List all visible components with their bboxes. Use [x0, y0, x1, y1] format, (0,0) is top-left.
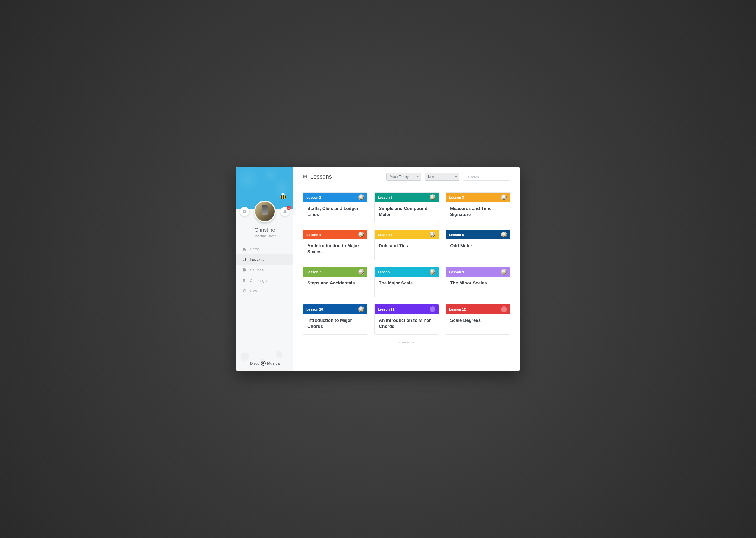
- lesson-title: The Minor Scales: [446, 277, 510, 297]
- lesson-card[interactable]: Lesson 11An Introduction to Minor Chords: [374, 304, 439, 335]
- brand: Disco Musica: [250, 361, 280, 366]
- lesson-card[interactable]: Lesson 4An Introduction to Major Scales: [303, 230, 367, 260]
- lesson-author-avatar: [430, 306, 436, 312]
- lesson-author-avatar: [358, 269, 364, 275]
- lesson-card[interactable]: Lesson 5Dots and Ties: [374, 230, 439, 260]
- lesson-label: Lesson 11: [378, 307, 395, 311]
- page-title-text: Lessons: [310, 173, 332, 180]
- category-select[interactable]: Music Theory: [386, 173, 421, 181]
- chevron-down-icon: [455, 176, 457, 178]
- lesson-card[interactable]: Lesson 12Scale Degrees: [446, 304, 510, 335]
- lesson-card-header: Lesson 2: [375, 192, 439, 202]
- lesson-card[interactable]: Lesson 6Odd Meter: [446, 230, 510, 260]
- sort-select[interactable]: New: [425, 173, 459, 181]
- lesson-title: Introduction to Major Chords: [303, 314, 367, 334]
- music-icon: [242, 289, 246, 293]
- lesson-author-avatar: [430, 232, 436, 238]
- lesson-card[interactable]: Lesson 1Staffs, Clefs and Ledger Lines: [303, 192, 367, 223]
- lesson-title: The Major Scale: [375, 277, 439, 297]
- sidebar-item-challenges[interactable]: Challenges: [236, 275, 294, 286]
- lesson-card-header: Lesson 1: [303, 192, 367, 202]
- show-more-link[interactable]: show more: [303, 341, 510, 344]
- lesson-card-header: Lesson 4: [303, 230, 367, 239]
- sidebar: 3 Christine Christine Bates HomeLessonsC…: [236, 167, 294, 371]
- lesson-title: Staffs, Clefs and Ledger Lines: [303, 202, 367, 223]
- lesson-label: Lesson 10: [306, 307, 323, 311]
- lesson-card[interactable]: Lesson 8The Major Scale: [374, 267, 439, 297]
- lesson-card-header: Lesson 8: [375, 267, 439, 277]
- lesson-card-header: Lesson 3: [446, 192, 510, 202]
- lesson-label: Lesson 1: [306, 195, 321, 199]
- lesson-author-avatar: [501, 194, 507, 200]
- lesson-label: Lesson 9: [449, 270, 464, 274]
- lesson-author-avatar: [358, 232, 364, 238]
- category-select-value: Music Theory: [390, 175, 409, 179]
- lesson-card-header: Lesson 9: [446, 267, 510, 277]
- lesson-title: Dots and Ties: [375, 239, 439, 260]
- lesson-title: Steps and Accidentals: [303, 277, 367, 297]
- bee-decoration: [278, 193, 288, 201]
- lesson-author-avatar: [501, 306, 507, 312]
- briefcase-icon: [242, 268, 246, 272]
- sidebar-item-lessons[interactable]: Lessons: [236, 254, 294, 265]
- profile-row: 3: [236, 201, 294, 222]
- lessons-grid: Lesson 1Staffs, Clefs and Ledger LinesLe…: [303, 192, 510, 335]
- svg-point-6: [243, 292, 244, 293]
- brand-logo-icon: [261, 361, 266, 366]
- lesson-author-avatar: [358, 306, 364, 312]
- profile-full-name: Christine Bates: [236, 234, 294, 238]
- sidebar-item-play[interactable]: Play: [236, 286, 294, 296]
- lesson-card-header: Lesson 11: [375, 304, 439, 314]
- lesson-card-header: Lesson 10: [303, 304, 367, 314]
- avatar[interactable]: [254, 201, 276, 222]
- lesson-card[interactable]: Lesson 3Measures and Time Signature: [446, 192, 510, 223]
- app-window: 3 Christine Christine Bates HomeLessonsC…: [236, 167, 520, 371]
- svg-rect-4: [243, 269, 246, 272]
- topbar: Lessons Music Theory New: [303, 173, 510, 181]
- sidebar-item-label: Lessons: [250, 257, 263, 262]
- lesson-card-header: Lesson 7: [303, 267, 367, 277]
- list-icon: [303, 175, 307, 179]
- lesson-label: Lesson 6: [449, 233, 464, 237]
- sidebar-item-home[interactable]: Home: [236, 244, 294, 254]
- lesson-card[interactable]: Lesson 7Steps and Accidentals: [303, 267, 367, 297]
- lesson-author-avatar: [430, 194, 436, 200]
- lesson-card[interactable]: Lesson 9The Minor Scales: [446, 267, 510, 297]
- lesson-author-avatar: [501, 232, 507, 238]
- sidebar-item-label: Challenges: [250, 279, 268, 283]
- lesson-title: Simple and Compound Meter: [375, 202, 439, 223]
- lesson-author-avatar: [501, 269, 507, 275]
- lesson-title: An Introduction to Minor Chords: [375, 314, 439, 334]
- profile-first-name: Christine: [236, 227, 294, 233]
- lesson-title: Measures and Time Signature: [446, 202, 510, 223]
- settings-button[interactable]: [240, 207, 249, 216]
- lesson-title: An Introduction to Major Scales: [303, 239, 367, 260]
- notification-badge: 3: [287, 206, 291, 210]
- brand-prefix: Disco: [250, 361, 260, 365]
- home-icon: [242, 247, 246, 251]
- lesson-label: Lesson 5: [378, 233, 393, 237]
- lesson-card[interactable]: Lesson 10Introduction to Major Chords: [303, 304, 367, 335]
- lesson-card-header: Lesson 12: [446, 304, 510, 314]
- gear-icon: [243, 209, 247, 214]
- profile-name: Christine Christine Bates: [236, 227, 294, 238]
- lesson-card[interactable]: Lesson 2Simple and Compound Meter: [374, 192, 439, 223]
- lesson-label: Lesson 2: [378, 195, 393, 199]
- search-box[interactable]: [463, 173, 510, 181]
- svg-point-5: [243, 279, 245, 281]
- sidebar-item-label: Home: [250, 247, 260, 251]
- lesson-title: Odd Meter: [446, 239, 510, 260]
- lesson-author-avatar: [358, 194, 364, 200]
- sidebar-item-courses[interactable]: Courses: [236, 265, 294, 275]
- badge-icon: [242, 279, 246, 283]
- notifications-button[interactable]: 3: [280, 207, 290, 216]
- page-title: Lessons: [303, 173, 332, 180]
- sidebar-item-label: Play: [250, 289, 257, 293]
- brand-suffix: Musica: [267, 361, 280, 365]
- svg-point-7: [245, 291, 246, 292]
- lesson-label: Lesson 12: [449, 307, 466, 311]
- sidebar-footer: Disco Musica: [236, 356, 294, 371]
- lesson-label: Lesson 7: [306, 270, 321, 274]
- lesson-title: Scale Degrees: [446, 314, 510, 334]
- search-input[interactable]: [468, 175, 512, 179]
